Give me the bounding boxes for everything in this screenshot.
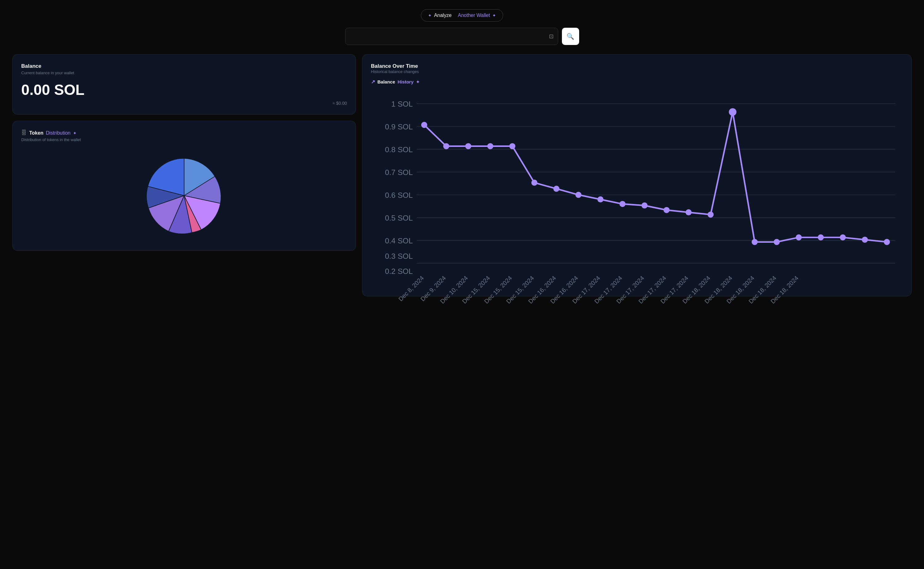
search-button[interactable]: 🔍 bbox=[562, 28, 579, 45]
data-point-12 bbox=[685, 209, 692, 215]
balance-amount: 0.00 SOL bbox=[21, 81, 347, 98]
wallet-input-wrap: CJSx6yoSix1rdAqxVREPTYZ6FxDEcocHTvC7t1DW… bbox=[345, 28, 558, 45]
balance-card-title: Balance bbox=[21, 63, 347, 69]
database-icon: 🗄 bbox=[21, 130, 27, 136]
data-point-2 bbox=[465, 143, 471, 149]
clipboard-icon[interactable]: ⊡ bbox=[549, 33, 554, 40]
pie-chart bbox=[144, 155, 224, 236]
star-left-icon: ✦ bbox=[428, 13, 432, 18]
balance-usd: ≈ $0.00 bbox=[21, 101, 347, 106]
analyze-label-prefix: Analyze bbox=[434, 13, 452, 18]
token-distribution-card: 🗄 Token Distribution ✦ Distribution of t… bbox=[12, 121, 356, 251]
data-point-0 bbox=[421, 122, 427, 128]
balance-line bbox=[424, 112, 887, 242]
data-point-3 bbox=[487, 143, 493, 149]
data-point-8 bbox=[597, 196, 604, 202]
wallet-address-input[interactable]: CJSx6yoSix1rdAqxVREPTYZ6FxDEcocHTvC7t1DW… bbox=[350, 34, 549, 39]
data-point-9 bbox=[619, 201, 626, 207]
data-point-1 bbox=[443, 143, 449, 149]
svg-text:0.4 SOL: 0.4 SOL bbox=[385, 237, 413, 245]
data-point-20 bbox=[862, 237, 868, 243]
data-point-19 bbox=[840, 234, 846, 240]
svg-text:0.9 SOL: 0.9 SOL bbox=[385, 123, 413, 131]
data-point-13 bbox=[707, 211, 714, 218]
svg-text:0.7 SOL: 0.7 SOL bbox=[385, 168, 413, 176]
svg-text:0.5 SOL: 0.5 SOL bbox=[385, 214, 413, 222]
search-icon: 🔍 bbox=[566, 33, 574, 40]
search-row: CJSx6yoSix1rdAqxVREPTYZ6FxDEcocHTvC7t1DW… bbox=[345, 28, 579, 45]
svg-text:0.6 SOL: 0.6 SOL bbox=[385, 191, 413, 199]
data-point-18 bbox=[818, 234, 824, 240]
balance-line-chart: 1 SOL 0.9 SOL 0.8 SOL 0.7 SOL 0.6 SOL 0.… bbox=[371, 88, 903, 286]
svg-text:0.3 SOL: 0.3 SOL bbox=[385, 252, 413, 260]
analyze-wallet-button[interactable]: ✦ Analyze Another Wallet ✦ bbox=[421, 9, 504, 21]
data-point-10 bbox=[641, 202, 648, 208]
token-subtitle: Distribution of tokens in the wallet bbox=[21, 137, 347, 142]
history-label-prefix: Balance bbox=[378, 79, 395, 84]
balance-card-subtitle: Current balance in your wallet bbox=[21, 70, 347, 75]
sparkle-icon: ✦ bbox=[73, 131, 77, 135]
chart-title: Balance Over Time bbox=[371, 63, 903, 69]
trend-icon: ↗ bbox=[371, 79, 375, 85]
balance-over-time-card: Balance Over Time Historical balance cha… bbox=[362, 54, 912, 297]
data-point-5 bbox=[531, 180, 537, 186]
main-grid: Balance Current balance in your wallet 0… bbox=[12, 54, 912, 297]
data-point-17 bbox=[796, 234, 802, 240]
data-point-15 bbox=[752, 239, 758, 245]
sparkle2-icon: ✦ bbox=[416, 79, 420, 84]
pie-chart-container bbox=[21, 149, 347, 242]
analyze-label-highlight: Another Wallet bbox=[458, 13, 490, 18]
data-point-7 bbox=[575, 192, 582, 198]
data-point-11 bbox=[663, 207, 670, 213]
token-header: 🗄 Token Distribution ✦ bbox=[21, 130, 347, 136]
svg-text:0.2 SOL: 0.2 SOL bbox=[385, 267, 413, 275]
star-right-icon: ✦ bbox=[492, 13, 496, 18]
left-column: Balance Current balance in your wallet 0… bbox=[12, 54, 356, 297]
svg-text:0.8 SOL: 0.8 SOL bbox=[385, 145, 413, 154]
data-point-21 bbox=[884, 239, 890, 245]
chart-subtitle: Historical balance changes bbox=[371, 69, 903, 74]
token-title-highlight: Distribution bbox=[46, 130, 70, 136]
data-point-4 bbox=[509, 143, 516, 149]
svg-text:1 SOL: 1 SOL bbox=[391, 100, 413, 108]
token-title: Token bbox=[29, 130, 43, 136]
data-point-16 bbox=[774, 239, 780, 245]
data-point-6 bbox=[553, 186, 560, 192]
data-point-14 bbox=[729, 108, 736, 116]
history-label-highlight: History bbox=[398, 79, 414, 84]
balance-history-label: ↗ Balance History ✦ bbox=[371, 79, 903, 85]
balance-card: Balance Current balance in your wallet 0… bbox=[12, 54, 356, 115]
